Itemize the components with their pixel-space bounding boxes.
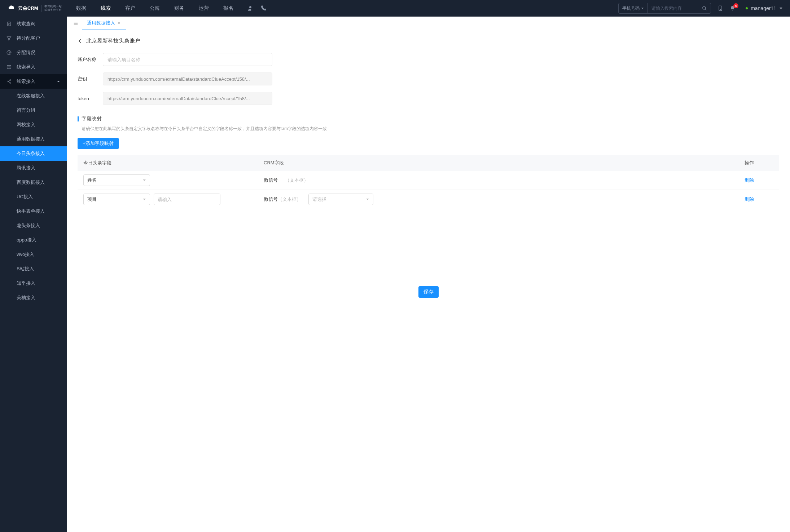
sidebar-subitem[interactable]: 腾讯接入 (0, 161, 67, 175)
token-label: token (78, 96, 103, 101)
chevron-down-icon (366, 198, 369, 201)
crm-label: 微信号 (264, 196, 278, 202)
crm-type: （文本框） (278, 196, 301, 202)
sidebar-subitem[interactable]: 百度数据接入 (0, 175, 67, 190)
sidebar-subitem[interactable]: 网校接入 (0, 118, 67, 132)
sidebar-label: 线索查询 (17, 21, 35, 27)
svg-point-7 (7, 81, 9, 82)
sidebar-item[interactable]: 待分配客户 (0, 31, 67, 45)
mapping-hint: 请确保您在此填写的头条自定义字段名称与在今日头条平台中自定义的字段名称一致，并且… (78, 126, 779, 132)
top-nav: 数据线索客户公海财务运营报名 (69, 0, 241, 17)
save-button[interactable]: 保存 (418, 286, 439, 298)
status-dot (746, 7, 748, 9)
sidebar-subitem[interactable]: B站接入 (0, 262, 67, 276)
tab-label: 通用数据接入 (87, 20, 115, 26)
sidebar-item[interactable]: 线索查询 (0, 17, 67, 31)
sidebar-item[interactable]: 线索导入 (0, 60, 67, 74)
phone-icon[interactable] (260, 5, 267, 12)
secret-label: 密钥 (78, 76, 103, 82)
tabs-bar: 通用数据接入✕ (67, 17, 790, 30)
logo-icon (7, 4, 16, 13)
secret-value: https://crm.yunduocrm.com/externalData/s… (103, 72, 272, 85)
nav-item[interactable]: 公海 (142, 0, 167, 17)
delete-link[interactable]: 删除 (745, 177, 754, 183)
sidebar-subitem[interactable]: 今日头条接入 (0, 146, 67, 161)
user-menu[interactable]: manager11 (746, 5, 783, 11)
nav-item[interactable]: 报名 (216, 0, 241, 17)
sidebar-subitem[interactable]: 通用数据接入 (0, 132, 67, 146)
section-bar (78, 116, 79, 121)
sidebar-subitem[interactable]: UC接入 (0, 190, 67, 204)
mapping-table: 今日头条字段 CRM字段 操作 姓名微信号（文本框）删除项目微信号（文本框）请选… (78, 155, 779, 209)
field-input[interactable] (154, 194, 220, 205)
username: manager11 (751, 5, 776, 11)
nav-item[interactable]: 财务 (167, 0, 192, 17)
svg-point-8 (10, 80, 11, 81)
account-input[interactable] (103, 53, 272, 66)
field-select[interactable]: 项目 (83, 194, 150, 205)
notif-badge: 5 (733, 3, 738, 8)
logo-text: 云朵CRM (18, 5, 38, 12)
col-field: 今日头条字段 (83, 160, 264, 166)
search-type-select[interactable]: 手机号码 (619, 3, 648, 13)
sidebar-subitem[interactable]: 留言分组 (0, 103, 67, 118)
user-icon[interactable] (247, 5, 254, 12)
sidebar-item[interactable]: 分配情况 (0, 45, 67, 60)
chevron-down-icon (142, 198, 146, 201)
crm-select[interactable]: 请选择 (308, 194, 373, 205)
delete-link[interactable]: 删除 (745, 196, 754, 202)
bell-icon[interactable]: 5 (730, 5, 736, 11)
crm-label: 微信号 (264, 177, 278, 183)
sidebar-label: 分配情况 (17, 49, 35, 56)
account-label: 账户名称 (78, 56, 103, 63)
sidebar-label: 待分配客户 (17, 35, 40, 41)
close-icon[interactable]: ✕ (117, 21, 121, 26)
col-crm: CRM字段 (264, 160, 745, 166)
col-action: 操作 (745, 160, 773, 166)
page-title: 北京昱新科技头条账户 (86, 37, 140, 44)
mobile-icon[interactable] (717, 5, 723, 11)
filter-icon (6, 36, 12, 41)
footer-bar: 保存 (78, 281, 779, 303)
sidebar-toggle-icon[interactable] (70, 21, 82, 26)
svg-point-4 (720, 9, 721, 10)
nav-item[interactable]: 运营 (192, 0, 216, 17)
svg-point-0 (249, 6, 251, 8)
sidebar-subitem[interactable]: 趣头条接入 (0, 218, 67, 233)
sidebar-label: 线索导入 (17, 64, 35, 70)
sidebar-subitem[interactable]: 在线客服接入 (0, 89, 67, 103)
table-row: 项目微信号（文本框）请选择删除 (78, 190, 779, 209)
nav-item[interactable]: 线索 (93, 0, 118, 17)
token-value: https://crm.yunduocrm.com/externalData/s… (103, 92, 272, 105)
back-icon[interactable] (78, 39, 83, 44)
nav-item[interactable]: 数据 (69, 0, 93, 17)
sidebar-subitem[interactable]: vivo接入 (0, 247, 67, 262)
doc-icon (6, 21, 12, 26)
sidebar-subitem[interactable]: 美柚接入 (0, 291, 67, 305)
content: 北京昱新科技头条账户 账户名称 密钥 https://crm.yunduocrm… (67, 30, 790, 532)
chevron-down-icon (142, 178, 146, 182)
upload-icon (6, 65, 12, 70)
sidebar-subitem[interactable]: 知乎接入 (0, 276, 67, 291)
field-select[interactable]: 姓名 (83, 174, 150, 186)
table-head: 今日头条字段 CRM字段 操作 (78, 155, 779, 171)
nav-item[interactable]: 客户 (118, 0, 142, 17)
chevron-up-icon (57, 80, 60, 83)
add-mapping-button[interactable]: +添加字段映射 (78, 138, 119, 149)
plug-icon (6, 79, 12, 84)
header: 云朵CRM 教育机构一站 式服务云平台 数据线索客户公海财务运营报名 手机号码 (0, 0, 790, 17)
sidebar-subitem[interactable]: oppo接入 (0, 233, 67, 247)
search-button[interactable] (698, 3, 711, 13)
pie-icon (6, 50, 12, 55)
sidebar-subitem[interactable]: 快手表单接入 (0, 204, 67, 218)
sidebar-item[interactable]: 线索接入 (0, 74, 67, 89)
logo: 云朵CRM 教育机构一站 式服务云平台 (7, 4, 62, 13)
search-group: 手机号码 (618, 3, 711, 14)
search-input[interactable] (648, 6, 698, 11)
table-row: 姓名微信号（文本框）删除 (78, 171, 779, 190)
main-area: 通用数据接入✕ 北京昱新科技头条账户 账户名称 密钥 https://crm.y… (67, 17, 790, 532)
svg-point-9 (10, 82, 11, 84)
tab[interactable]: 通用数据接入✕ (82, 17, 126, 30)
mapping-title: 字段映射 (82, 116, 102, 122)
sidebar-label: 线索接入 (17, 78, 35, 85)
